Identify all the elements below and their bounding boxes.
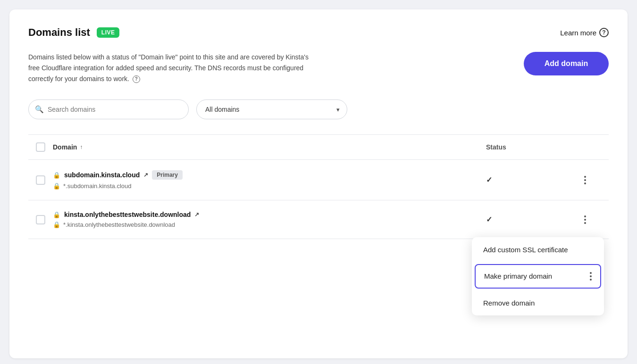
row2-status-col: ✓ [486,215,580,224]
row1-more-button[interactable] [580,174,590,186]
header-row: Domains list LIVE Learn more ? [28,26,609,39]
info-text: Domains listed below with a status of "D… [28,52,311,84]
select-all-checkbox[interactable] [36,142,45,152]
row1-check-col [28,175,53,185]
info-section: Domains listed below with a status of "D… [28,52,609,84]
row1-actions-col [580,174,609,186]
row1-subdomain-text: *.subdomain.kinsta.cloud [63,182,132,190]
dot2 [584,219,586,221]
table-row: 🔒 kinsta.onlythebesttestwebsite.download… [28,200,609,239]
lock-icon-row2: 🔒 [53,211,60,218]
info-help-icon: ? [133,75,140,83]
primary-badge: Primary [152,170,183,180]
learn-more-link[interactable]: Learn more ? [560,28,609,37]
page-title: Domains list [28,26,90,39]
external-link-icon[interactable]: ↗ [143,172,148,178]
remove-domain-item[interactable]: Remove domain [472,290,604,315]
learn-more-label: Learn more [560,29,596,37]
make-primary-item[interactable]: Make primary domain [475,264,601,289]
row1-domain-name: subdomain.kinsta.cloud [64,171,140,179]
status-col-label: Status [486,143,506,151]
header-check-col [28,142,53,152]
row2-check-col [28,215,53,224]
row2-subdomain-text: *.kinsta.onlythebesttestwebsite.download [63,221,175,228]
row2-checkbox[interactable] [36,215,45,224]
context-menu: Add custom SSL certificate Make primary … [472,237,604,315]
row1-domain-cell: 🔒 subdomain.kinsta.cloud ↗ Primary 🔒 *.s… [53,170,486,190]
row1-subdomain: 🔒 *.subdomain.kinsta.cloud [53,182,486,190]
search-input[interactable] [28,99,189,119]
row2-subdomain: 🔒 *.kinsta.onlythebesttestwebsite.downlo… [53,221,486,228]
dot2 [584,179,586,181]
help-icon: ? [599,28,609,37]
domain-filter-select[interactable]: All domains Domain live DNS only [196,99,347,119]
external-link-icon-row2[interactable]: ↗ [194,211,199,218]
row2-actions-col: Add custom SSL certificate Make primary … [580,214,609,226]
dot1 [584,215,586,217]
search-wrapper: 🔍 [28,99,189,119]
row1-checkbox[interactable] [36,175,45,185]
sort-icon: ↑ [80,144,83,150]
live-badge: LIVE [97,27,120,38]
dot-menu3 [590,279,592,281]
make-primary-label: Make primary domain [484,272,552,280]
row1-status-col: ✓ [486,175,580,184]
row2-status-check: ✓ [486,215,492,223]
dot-menu2 [590,275,592,277]
header-left: Domains list LIVE [28,26,119,39]
table-header: Domain ↑ Status [28,135,609,160]
row1-domain-col: 🔒 subdomain.kinsta.cloud ↗ Primary 🔒 *.s… [53,170,486,190]
row1-domain-main: 🔒 subdomain.kinsta.cloud ↗ Primary [53,170,486,180]
lock-icon: 🔒 [53,172,60,179]
header-domain-col: Domain ↑ [53,143,486,151]
domain-col-label: Domain ↑ [53,143,486,151]
row1-status-check: ✓ [486,176,492,184]
dot3 [584,182,586,184]
dot-menu1 [590,272,592,274]
remove-domain-label: Remove domain [483,299,535,307]
row2-domain-col: 🔒 kinsta.onlythebesttestwebsite.download… [53,211,486,228]
add-ssl-item[interactable]: Add custom SSL certificate [472,237,604,262]
row2-domain-name: kinsta.onlythebesttestwebsite.download [64,211,191,218]
filter-wrapper: All domains Domain live DNS only ▾ [196,99,347,119]
lock-icon-sub: 🔒 [53,182,60,190]
row2-domain-cell: 🔒 kinsta.onlythebesttestwebsite.download… [53,211,486,228]
filters-row: 🔍 All domains Domain live DNS only ▾ [28,99,609,119]
dot1 [584,176,586,178]
header-status-col: Status [486,143,580,151]
page-container: Domains list LIVE Learn more ? Domains l… [9,9,628,358]
add-domain-button[interactable]: Add domain [524,52,609,75]
dot3 [584,222,586,224]
row2-domain-main: 🔒 kinsta.onlythebesttestwebsite.download… [53,211,486,218]
lock-icon-sub-row2: 🔒 [53,221,60,228]
table-row: 🔒 subdomain.kinsta.cloud ↗ Primary 🔒 *.s… [28,160,609,200]
add-ssl-label: Add custom SSL certificate [483,246,568,254]
search-icon: 🔍 [35,105,44,114]
row2-more-button[interactable] [580,214,590,226]
